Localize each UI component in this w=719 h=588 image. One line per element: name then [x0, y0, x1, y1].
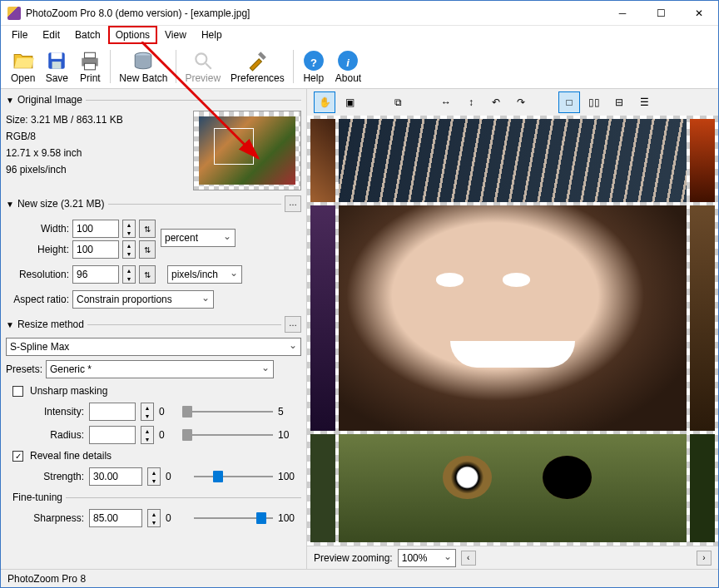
about-label: About	[335, 72, 361, 84]
split-h-icon: ▯▯	[588, 96, 600, 108]
radius-slider[interactable]	[187, 427, 273, 443]
original-image-header[interactable]: ▼ Original Image	[6, 91, 301, 109]
aspect-ratio-select[interactable]: Constrain proportions	[72, 290, 214, 309]
svg-point-7	[196, 53, 206, 64]
print-button[interactable]: Print	[73, 47, 107, 86]
resize-method-select[interactable]: S-Spline Max	[6, 338, 301, 356]
new-size-options-button[interactable]: …	[285, 195, 301, 212]
svg-rect-4	[85, 52, 96, 58]
new-batch-label: New Batch	[119, 72, 167, 84]
preview-label: Preview	[185, 72, 221, 84]
menu-help[interactable]: Help	[194, 26, 230, 44]
save-button[interactable]: Save	[40, 47, 73, 86]
main-toolbar: Open Save Print New Batch Preview Prefer…	[1, 44, 718, 89]
view-single-button[interactable]: □	[558, 91, 580, 113]
view-split-v-button[interactable]: ⊟	[608, 91, 630, 113]
menu-edit[interactable]: Edit	[35, 26, 67, 44]
sharpness-spinner[interactable]: ▲▼	[147, 509, 161, 527]
height-spinner[interactable]: ▲▼	[122, 240, 136, 259]
svg-rect-2	[52, 62, 62, 69]
marquee-tool-button[interactable]: ▣	[339, 91, 360, 113]
help-icon: ?	[302, 49, 325, 72]
preview-footer: Preview zooming: 100% ‹ ›	[307, 546, 718, 569]
preview-viewport[interactable]	[307, 116, 718, 546]
flip-h-icon: ↔	[441, 96, 451, 108]
original-dpi: 96 pixels/inch	[6, 164, 186, 175]
minimize-button[interactable]: ─	[603, 1, 642, 25]
list-icon: ☰	[640, 96, 649, 108]
floppy-icon	[45, 49, 68, 72]
rotate-cw-icon: ↷	[517, 96, 525, 108]
status-text: PhotoZoom Pro 8	[7, 573, 86, 585]
menu-bar: File Edit Batch Options View Help	[1, 26, 718, 44]
strength-input[interactable]	[89, 467, 142, 486]
height-link-button[interactable]: ⇅	[139, 240, 156, 259]
width-input[interactable]	[72, 220, 119, 238]
tools-icon	[245, 49, 269, 72]
resize-method-options-button[interactable]: …	[285, 316, 301, 333]
magnifier-icon	[191, 49, 215, 72]
rotate-left-button[interactable]: ↶	[485, 91, 507, 113]
svg-rect-1	[52, 52, 62, 59]
width-spinner[interactable]: ▲▼	[122, 220, 136, 238]
sharpness-slider[interactable]	[194, 510, 273, 526]
app-icon	[7, 7, 21, 20]
new-size-header[interactable]: ▼ New size (3.21 MB) …	[6, 192, 301, 215]
split-v-icon: ⊟	[615, 96, 623, 108]
scroll-right-button[interactable]: ›	[697, 551, 712, 566]
maximize-button[interactable]: ☐	[642, 1, 680, 25]
resolution-unit-select[interactable]: pixels/inch	[167, 265, 242, 284]
width-link-button[interactable]: ⇅	[139, 220, 156, 238]
strength-spinner[interactable]: ▲▼	[147, 467, 161, 486]
sharpness-input[interactable]	[89, 509, 142, 527]
about-button[interactable]: i About	[330, 47, 366, 86]
radius-input[interactable]	[89, 426, 136, 444]
finetune-label: Fine-tuning	[12, 492, 62, 503]
scroll-left-button[interactable]: ‹	[461, 551, 476, 566]
crop-tool-button[interactable]: ⧉	[387, 91, 409, 113]
resolution-input[interactable]	[72, 265, 119, 284]
new-batch-button[interactable]: New Batch	[114, 47, 172, 86]
save-label: Save	[46, 72, 68, 84]
intensity-spinner[interactable]: ▲▼	[141, 403, 154, 421]
resize-method-header[interactable]: ▼ Resize method …	[6, 313, 301, 336]
navigator-thumbnail[interactable]	[193, 111, 301, 190]
flip-vertical-button[interactable]: ↕	[460, 91, 482, 113]
radius-spinner[interactable]: ▲▼	[141, 426, 154, 444]
toolbar-separator	[110, 50, 111, 83]
view-split-h-button[interactable]: ▯▯	[583, 91, 605, 113]
preview-zoom-select[interactable]: 100%	[398, 549, 456, 567]
resolution-spinner[interactable]: ▲▼	[122, 265, 136, 284]
size-unit-select[interactable]: percent	[161, 229, 236, 247]
menu-batch[interactable]: Batch	[67, 26, 108, 44]
resolution-link-button[interactable]: ⇅	[139, 265, 156, 284]
open-label: Open	[11, 72, 35, 84]
preview-panel: ✋ ▣ ⧉ ↔ ↕ ↶ ↷ □ ▯▯ ⊟ ☰ Preview zooming: …	[307, 89, 718, 569]
preferences-button[interactable]: Preferences	[226, 47, 290, 86]
original-dims: 12.71 x 9.58 inch	[6, 147, 186, 159]
menu-options[interactable]: Options	[108, 26, 157, 44]
presets-select[interactable]: Generic *	[46, 360, 274, 378]
hand-tool-button[interactable]: ✋	[314, 91, 335, 113]
marquee-icon: ▣	[345, 96, 355, 108]
close-button[interactable]: ✕	[680, 1, 718, 25]
reveal-checkbox[interactable]: ✓	[12, 451, 23, 462]
settings-panel: ▼ Original Image Size: 3.21 MB / 863.11 …	[1, 89, 307, 569]
open-button[interactable]: Open	[6, 47, 40, 86]
strength-slider[interactable]	[194, 468, 273, 485]
view-list-button[interactable]: ☰	[633, 91, 655, 113]
height-input[interactable]	[72, 240, 119, 259]
menu-view[interactable]: View	[157, 26, 194, 44]
svg-text:i: i	[347, 56, 350, 68]
printer-icon	[78, 49, 102, 72]
unsharp-checkbox[interactable]	[12, 386, 23, 397]
help-button[interactable]: ? Help	[297, 47, 330, 86]
intensity-slider[interactable]	[187, 403, 273, 420]
collapse-icon: ▼	[6, 96, 14, 105]
preview-toolbar: ✋ ▣ ⧉ ↔ ↕ ↶ ↷ □ ▯▯ ⊟ ☰	[307, 89, 718, 116]
flip-horizontal-button[interactable]: ↔	[435, 91, 457, 113]
preview-zoom-label: Preview zooming:	[314, 552, 393, 564]
menu-file[interactable]: File	[4, 26, 35, 44]
rotate-right-button[interactable]: ↷	[510, 91, 532, 113]
intensity-input[interactable]	[89, 403, 136, 421]
